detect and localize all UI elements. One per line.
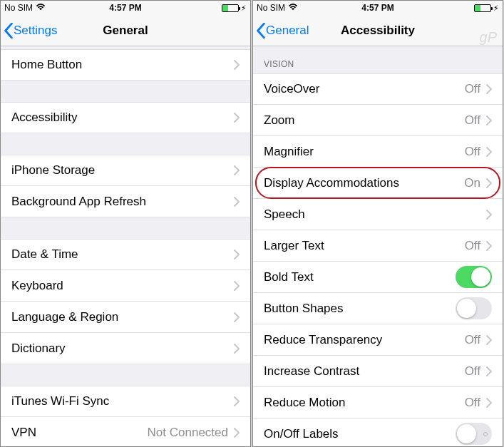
nav-bar: General Accessibility [253,15,503,46]
chevron-right-icon [234,113,240,123]
row-value: Off [465,82,480,96]
chevron-right-icon [234,165,240,175]
row-button-shapes[interactable]: Button Shapes [253,293,503,324]
chevron-right-icon [486,398,492,408]
nav-title: General [103,24,148,38]
row-display-accommodations[interactable]: Display AccommodationsOn [253,168,503,199]
row-label: Accessibility [11,111,234,125]
chevron-right-icon [486,241,492,251]
row-increase-contrast[interactable]: Increase ContrastOff [253,356,503,387]
row-itunes-wi-fi-sync[interactable]: iTunes Wi-Fi Sync [1,386,250,417]
chevron-right-icon [486,115,492,125]
back-label: General [266,24,309,38]
row-value: Off [465,239,480,253]
row-value: Not Connected [148,426,228,440]
phone-accessibility: No SIM 4:57 PM ⚡︎ General Accessibility … [252,0,503,447]
row-label: Button Shapes [264,302,456,316]
row-label: Dictionary [11,341,234,356]
row-voiceover[interactable]: VoiceOverOff [253,73,503,105]
nav-title: Accessibility [341,24,415,38]
row-label: Display Accommodations [264,176,464,190]
chevron-right-icon [234,428,240,438]
chevron-right-icon [234,250,240,260]
row-value: Off [465,364,480,379]
nav-bar: Settings General [1,15,250,46]
row-label: Reduce Motion [264,396,465,410]
row-label: Keyboard [11,279,234,293]
wifi-icon [36,3,46,14]
row-value: On [464,176,480,190]
row-label: VPN [11,426,148,440]
section-header-vision: Vision [253,46,503,73]
chevron-right-icon [234,396,240,406]
wifi-icon [288,3,298,14]
row-label: Magnifier [264,145,465,159]
chevron-right-icon [486,147,492,157]
row-magnifier[interactable]: MagnifierOff [253,136,503,168]
chevron-right-icon [234,281,240,291]
battery-icon [222,4,239,12]
row-label: Background App Refresh [11,195,234,209]
chevron-right-icon [486,210,492,220]
row-iphone-storage[interactable]: iPhone Storage [1,155,250,186]
row-on-off-labels[interactable]: On/Off Labels [253,418,503,446]
chevron-left-icon [4,23,14,38]
chevron-right-icon [486,366,492,376]
carrier-text: No SIM [4,3,33,13]
status-bar: No SIM 4:57 PM ⚡︎ [1,1,250,15]
row-accessibility[interactable]: Accessibility [1,102,250,133]
row-label: Speech [264,207,486,222]
row-language-region[interactable]: Language & Region [1,302,250,333]
toggle-on-off-labels[interactable] [456,423,492,445]
row-reduce-motion[interactable]: Reduce MotionOff [253,387,503,418]
chevron-right-icon [486,178,492,188]
row-label: iTunes Wi-Fi Sync [11,394,234,409]
row-keyboard[interactable]: Keyboard [1,270,250,302]
toggle-button-shapes[interactable] [456,297,492,319]
row-label: Home Button [11,58,234,72]
status-time: 4:57 PM [109,3,141,13]
row-speech[interactable]: Speech [253,199,503,230]
back-label: Settings [14,24,57,38]
row-value: Off [465,333,480,347]
row-label: Date & Time [11,247,234,262]
content-accessibility: VisionVoiceOverOffZoomOffMagnifierOffDis… [253,46,503,446]
carrier-text: No SIM [257,3,285,13]
row-label: iPhone Storage [11,163,234,178]
row-label: Bold Text [264,270,456,284]
back-button[interactable]: Settings [1,23,57,38]
chevron-right-icon [234,60,240,70]
row-label: Reduce Transparency [264,333,465,347]
content-general: Home ButtonAccessibilityiPhone StorageBa… [1,46,250,446]
status-time: 4:57 PM [361,3,394,13]
row-larger-text[interactable]: Larger TextOff [253,230,503,262]
chevron-right-icon [486,84,492,94]
row-dictionary[interactable]: Dictionary [1,333,250,364]
chevron-left-icon [256,23,266,38]
row-label: On/Off Labels [264,427,456,441]
chevron-right-icon [486,335,492,345]
row-label: Language & Region [11,310,234,324]
battery-icon [474,4,491,12]
toggle-bold-text[interactable] [456,266,492,288]
back-button[interactable]: General [253,23,309,38]
chevron-right-icon [234,312,240,322]
row-date-time[interactable]: Date & Time [1,239,250,270]
phone-general: No SIM 4:57 PM ⚡︎ Settings General Home … [0,0,251,447]
row-value: Off [465,145,480,159]
chevron-right-icon [234,344,240,354]
row-vpn[interactable]: VPNNot Connected [1,417,250,446]
status-bar: No SIM 4:57 PM ⚡︎ [253,1,503,15]
row-zoom[interactable]: ZoomOff [253,105,503,136]
row-label: VoiceOver [264,82,465,96]
row-home-button[interactable]: Home Button [1,49,250,81]
row-label: Zoom [264,113,465,128]
row-value: Off [465,396,480,410]
row-label: Increase Contrast [264,364,465,379]
chevron-right-icon [234,197,240,207]
row-label: Larger Text [264,239,465,253]
row-bold-text[interactable]: Bold Text [253,262,503,293]
charging-icon: ⚡︎ [493,4,499,13]
row-reduce-transparency[interactable]: Reduce TransparencyOff [253,324,503,356]
row-background-app-refresh[interactable]: Background App Refresh [1,186,250,217]
